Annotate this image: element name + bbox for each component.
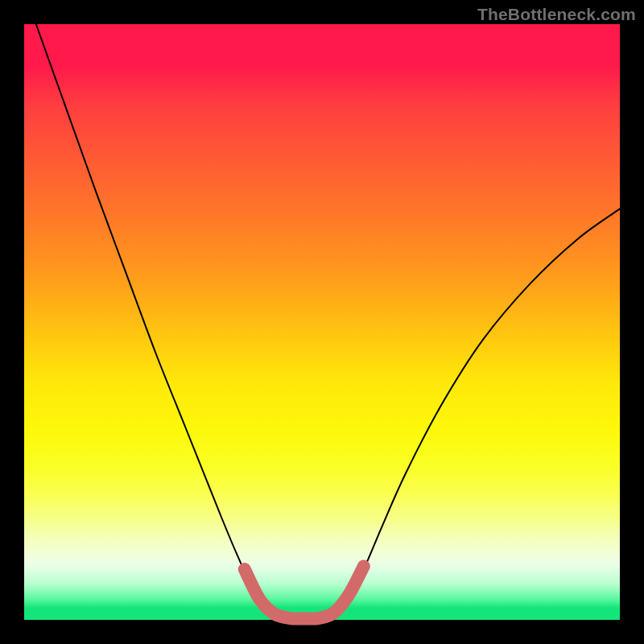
chart-frame: TheBottleneck.com	[0, 0, 644, 644]
chart-svg	[24, 24, 620, 620]
series-curve	[36, 24, 620, 619]
plot-area	[24, 24, 620, 620]
series-highlight-band	[245, 566, 364, 618]
watermark-text: TheBottleneck.com	[477, 5, 636, 24]
